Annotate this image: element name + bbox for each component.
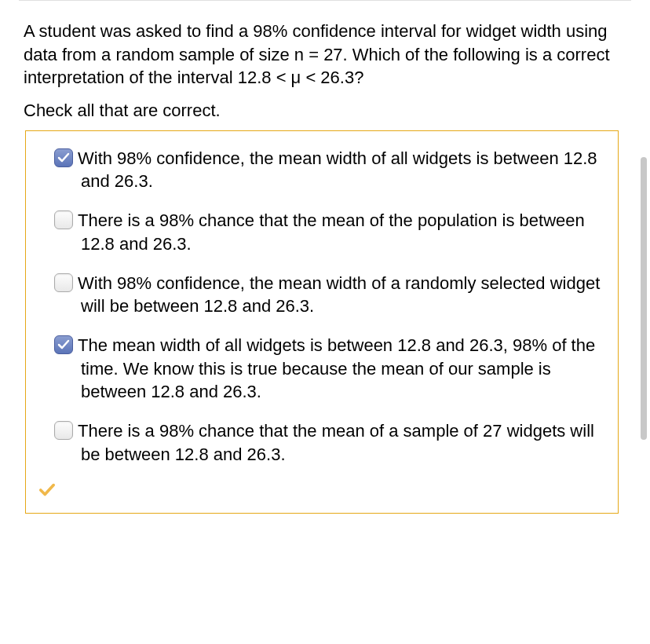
checkbox-4[interactable]: [54, 335, 73, 354]
checkbox-5[interactable]: [54, 421, 73, 440]
option-2-text: There is a 98% chance that the mean of t…: [78, 210, 585, 254]
option-5: There is a 98% chance that the mean of a…: [54, 419, 608, 466]
option-3-text: With 98% confidence, the mean width of a…: [78, 273, 600, 317]
checkbox-3[interactable]: [54, 273, 73, 292]
check-icon: [57, 152, 70, 164]
option-4-text: The mean width of all widgets is between…: [78, 335, 595, 401]
option-1-text: With 98% confidence, the mean width of a…: [78, 148, 597, 192]
checkbox-2[interactable]: [54, 210, 73, 229]
question-text: A student was asked to find a 98% confid…: [24, 20, 628, 90]
option-4: The mean width of all widgets is between…: [54, 334, 608, 404]
question-block: A student was asked to find a 98% confid…: [0, 1, 650, 520]
option-1: With 98% confidence, the mean width of a…: [54, 147, 608, 193]
option-3: With 98% confidence, the mean width of a…: [54, 272, 608, 318]
option-5-text: There is a 98% chance that the mean of a…: [78, 421, 594, 464]
correct-check-icon: [38, 481, 56, 499]
checkbox-1[interactable]: [54, 148, 73, 167]
options-container: With 98% confidence, the mean width of a…: [25, 130, 619, 514]
correct-mark: [38, 481, 608, 503]
scrollbar-thumb[interactable]: [641, 157, 647, 440]
check-icon: [57, 338, 70, 351]
instruction-text: Check all that are correct.: [24, 99, 628, 123]
option-2: There is a 98% chance that the mean of t…: [54, 209, 608, 255]
